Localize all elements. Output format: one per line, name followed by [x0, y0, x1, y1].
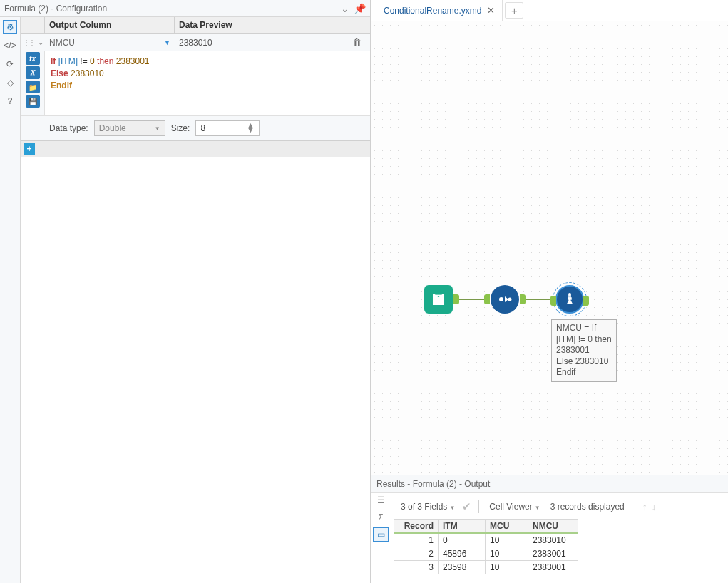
- tab-label: ConditionalRename.yxmd: [384, 6, 481, 16]
- results-panel: Results - Formula (2) - Output ☰ Σ ▭ 3 o…: [371, 475, 728, 583]
- workflow-canvas[interactable]: NMCU = If [ITM] != 0 then 2383001 Else 2…: [371, 21, 728, 475]
- check-icon[interactable]: ✔: [462, 500, 471, 513]
- expression-area: fx 𝑋 📁 💾 If [ITM] != 0 then 2383001 Else…: [21, 51, 370, 115]
- list-view-icon[interactable]: ☰: [373, 493, 389, 507]
- formula-tool-node[interactable]: [555, 285, 584, 314]
- formula-row: ⋮⋮ ⌄ NMCU ▼ 2383010 🗑: [21, 34, 370, 51]
- spin-down-icon[interactable]: ▼: [247, 128, 255, 132]
- variable-icon[interactable]: 𝑋: [26, 66, 40, 79]
- dropdown-icon: ▼: [164, 39, 170, 46]
- select-tool-node[interactable]: [491, 285, 519, 314]
- help-icon[interactable]: ?: [3, 94, 17, 108]
- close-icon[interactable]: ✕: [487, 5, 495, 16]
- size-label: Size:: [171, 123, 190, 133]
- col-record[interactable]: Record: [394, 520, 439, 534]
- table-row[interactable]: 2 45896 10 2383001: [394, 547, 578, 561]
- panel-header: Formula (2) - Configuration ⌄ 📌: [0, 0, 370, 17]
- size-input[interactable]: 8 ▲▼: [195, 120, 260, 136]
- new-tab-button[interactable]: +: [505, 2, 523, 19]
- connector[interactable]: [458, 299, 486, 300]
- cell-viewer-dropdown[interactable]: Cell Viewer▼: [486, 500, 543, 513]
- size-value: 8: [200, 123, 205, 133]
- results-table: Record ITM MCU NMCU 1 0 10 2383010 2 458…: [394, 519, 578, 574]
- add-expression-button[interactable]: +: [24, 143, 35, 155]
- arrow-down-icon[interactable]: ↓: [652, 501, 657, 512]
- svg-point-1: [499, 297, 503, 301]
- input-tool-node[interactable]: [424, 285, 453, 314]
- delete-icon[interactable]: 🗑: [352, 37, 362, 48]
- save-icon[interactable]: 💾: [26, 95, 40, 108]
- xml-icon[interactable]: </>: [3, 38, 17, 53]
- tag-icon[interactable]: ◇: [3, 76, 17, 90]
- data-preview-header: Data Preview: [175, 17, 370, 33]
- records-label: 3 records displayed: [548, 500, 627, 513]
- refresh-icon[interactable]: ⟳: [3, 57, 17, 71]
- table-header: Output Column Data Preview: [21, 17, 370, 34]
- results-title: Results - Formula (2) - Output: [371, 475, 728, 493]
- config-main: Output Column Data Preview ⋮⋮ ⌄ NMCU ▼ 2…: [20, 17, 370, 583]
- fields-dropdown[interactable]: 3 of 3 Fields▼: [398, 500, 458, 513]
- output-field-value: NMCU: [49, 38, 75, 48]
- config-sidebar: ⚙ </> ⟳ ◇ ?: [0, 17, 20, 583]
- workflow-tab[interactable]: ConditionalRename.yxmd ✕: [376, 0, 503, 21]
- right-side: ConditionalRename.yxmd ✕ + NMCU = If [IT…: [371, 0, 728, 583]
- col-mcu[interactable]: MCU: [486, 520, 528, 534]
- collapse-icon[interactable]: ⌄: [38, 38, 43, 46]
- svg-rect-0: [434, 296, 444, 304]
- results-toolbar: 3 of 3 Fields▼ ✔ Cell Viewer▼ 3 records …: [394, 496, 722, 517]
- table-row[interactable]: 3 23598 10 2383001: [394, 561, 578, 574]
- chevron-down-icon[interactable]: ⌄: [341, 3, 349, 14]
- col-nmcu[interactable]: NMCU: [528, 520, 578, 534]
- tab-bar: ConditionalRename.yxmd ✕ +: [371, 0, 728, 21]
- svg-point-2: [508, 298, 512, 301]
- dropdown-icon: ▼: [155, 125, 160, 132]
- configuration-panel: Formula (2) - Configuration ⌄ 📌 ⚙ </> ⟳ …: [0, 0, 371, 583]
- formula-annotation: NMCU = If [ITM] != 0 then 2383001 Else 2…: [551, 319, 617, 382]
- datatype-select[interactable]: Double ▼: [94, 120, 165, 136]
- fx-icon[interactable]: fx: [26, 52, 40, 65]
- datatype-value: Double: [99, 123, 126, 133]
- connector[interactable]: [524, 299, 550, 300]
- table-row[interactable]: 1 0 10 2383010: [394, 533, 578, 547]
- output-field-select[interactable]: NMCU ▼: [45, 38, 175, 48]
- datatype-row: Data type: Double ▼ Size: 8 ▲▼: [21, 115, 370, 140]
- panel-title: Formula (2) - Configuration: [4, 4, 341, 14]
- folder-icon[interactable]: 📁: [26, 81, 40, 93]
- col-itm[interactable]: ITM: [439, 520, 486, 534]
- arrow-up-icon[interactable]: ↑: [642, 501, 647, 512]
- expression-editor[interactable]: If [ITM] != 0 then 2383001 Else 2383010 …: [45, 51, 370, 115]
- output-column-header: Output Column: [45, 17, 175, 33]
- drag-handle-icon[interactable]: ⋮⋮: [23, 38, 34, 46]
- sigma-icon[interactable]: Σ: [373, 510, 389, 525]
- pin-icon[interactable]: 📌: [354, 3, 366, 14]
- datatype-label: Data type:: [49, 123, 88, 133]
- data-view-icon[interactable]: ▭: [373, 527, 389, 542]
- config-icon[interactable]: ⚙: [3, 20, 17, 34]
- svg-point-3: [568, 293, 571, 296]
- preview-value: 2383010: [179, 38, 212, 48]
